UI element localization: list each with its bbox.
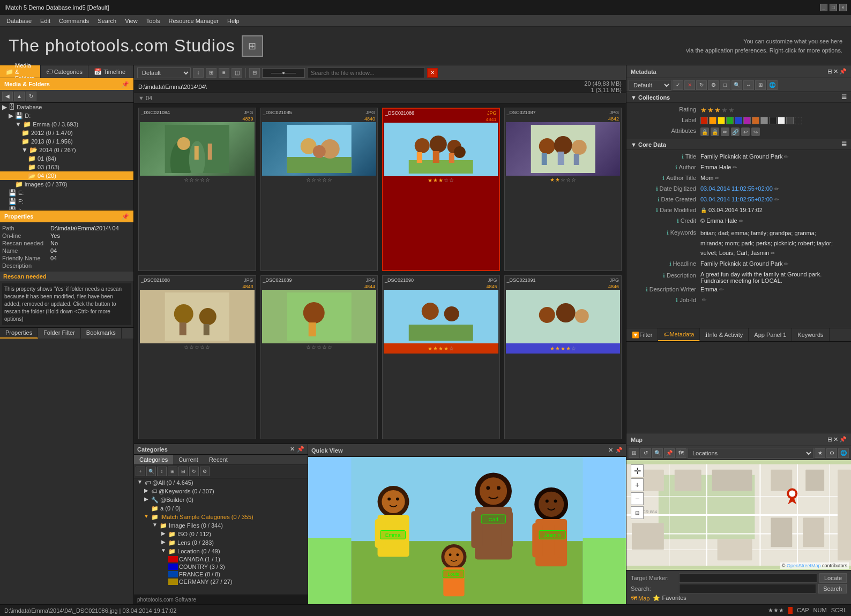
tree-item-e[interactable]: 💾 E: bbox=[0, 189, 133, 197]
label-blue[interactable] bbox=[735, 117, 742, 124]
meta-refresh-button[interactable]: ↻ bbox=[696, 80, 707, 90]
meta-tab-metadata[interactable]: 🏷 Metadata bbox=[658, 328, 700, 341]
cat-tab-recent[interactable]: Recent bbox=[204, 455, 233, 464]
map-close[interactable]: ✕ bbox=[833, 436, 838, 443]
map-tool-5[interactable]: 🗺 bbox=[676, 448, 686, 458]
tab-media-folders[interactable]: 📁 Media & Folders bbox=[0, 65, 41, 78]
map-tool-7[interactable]: ⚙ bbox=[826, 448, 837, 458]
attr-icon-1[interactable]: 🔒 bbox=[700, 127, 709, 136]
attr-icon-2[interactable]: 🔒 bbox=[711, 127, 719, 136]
cat-item-image-files[interactable]: ▼📁 Image Files (0 / 344) bbox=[134, 521, 308, 530]
credit-edit-icon[interactable]: ✏ bbox=[739, 218, 743, 224]
tree-item-images[interactable]: 📁 images (0 / 370) bbox=[0, 180, 133, 189]
keywords-edit-icon[interactable]: ✏ bbox=[771, 250, 775, 256]
cat-settings-button[interactable]: ⚙ bbox=[200, 467, 210, 476]
collections-header[interactable]: ▼ Collections ☰ bbox=[626, 92, 851, 103]
cat-item-a[interactable]: 📁 a (0 / 0) bbox=[134, 504, 308, 513]
locate-button[interactable]: Locate bbox=[819, 573, 847, 583]
description-info-icon[interactable]: ℹ bbox=[663, 273, 665, 279]
label-brown[interactable] bbox=[752, 117, 759, 124]
filter-input[interactable]: ——●—— bbox=[262, 68, 305, 78]
file-search-input[interactable] bbox=[307, 67, 425, 78]
thumb-dsc021087[interactable]: _DSC021087 JPG 4842 ★★☆ bbox=[504, 108, 622, 271]
props-tab-bookmarks[interactable]: Bookmarks bbox=[81, 328, 122, 339]
view-dropdown[interactable]: Default bbox=[137, 67, 191, 78]
cat-collapse-button[interactable]: ⊟ bbox=[178, 467, 188, 476]
map-search-button[interactable]: Search bbox=[818, 584, 847, 594]
map-tool-3[interactable]: 🔍 bbox=[652, 448, 663, 458]
thumb-dsc021088[interactable]: _DSC021088 JPG 4843 ☆☆☆☆☆ bbox=[138, 275, 256, 440]
label-yellow[interactable] bbox=[718, 117, 725, 124]
core-data-header[interactable]: ▼ Core Data ☰ bbox=[626, 139, 851, 150]
cat-item-all[interactable]: ▼🏷 @All (0 / 4.645) bbox=[134, 478, 308, 487]
attr-icon-6[interactable]: ↪ bbox=[751, 127, 760, 136]
cat-item-france[interactable]: FRANCE (8 / 8) bbox=[134, 570, 308, 578]
categories-panel-close[interactable]: ✕ bbox=[290, 446, 295, 453]
cat-filter-button[interactable]: 🔍 bbox=[146, 467, 156, 476]
locations-dropdown[interactable]: Locations bbox=[688, 448, 813, 459]
menu-resource-manager[interactable]: Resource Manager bbox=[165, 17, 223, 25]
author-title-info-icon[interactable]: ℹ bbox=[662, 175, 665, 181]
map-tool-8[interactable]: 🌐 bbox=[838, 448, 849, 458]
categories-panel-pin[interactable]: 📌 bbox=[297, 446, 304, 453]
tab-categories[interactable]: 🏷 Categories bbox=[41, 65, 88, 78]
job-id-edit-icon[interactable]: ✏ bbox=[702, 297, 706, 303]
maximize-button[interactable]: □ bbox=[830, 4, 837, 11]
cat-item-country[interactable]: COUNTRY (3 / 3) bbox=[134, 563, 308, 570]
meta-pin[interactable]: 📌 bbox=[839, 68, 847, 75]
nav-refresh-button[interactable]: ↻ bbox=[26, 92, 36, 101]
map-tool-2[interactable]: ↺ bbox=[640, 448, 651, 458]
desc-writer-info-icon[interactable]: ℹ bbox=[646, 287, 648, 292]
meta-cancel-button[interactable]: ✕ bbox=[684, 80, 695, 90]
menu-help[interactable]: Help bbox=[223, 17, 244, 25]
keywords-info-icon[interactable]: ℹ bbox=[667, 230, 669, 236]
meta-settings-button[interactable]: ⚙ bbox=[708, 80, 719, 90]
menu-edit[interactable]: Edit bbox=[36, 17, 55, 25]
menu-commands[interactable]: Commands bbox=[55, 17, 93, 25]
clear-search-button[interactable]: ✕ bbox=[427, 68, 438, 78]
tree-item-04[interactable]: 📂 04 (20) bbox=[0, 171, 133, 180]
tree-item-database[interactable]: ▶ 🗄 Database bbox=[0, 103, 133, 111]
thumb-dsc021089[interactable]: _DSC021089 JPG 4844 ☆☆☆☆☆ bbox=[260, 275, 378, 440]
openstreetmap-link[interactable]: OpenStreetMap bbox=[787, 563, 821, 568]
label-gray[interactable] bbox=[760, 117, 768, 124]
headline-edit-icon[interactable]: ✏ bbox=[784, 261, 788, 267]
cat-tab-categories[interactable]: Categories bbox=[134, 455, 173, 464]
meta-globe-button[interactable]: 🌐 bbox=[767, 80, 778, 90]
grid-view-button[interactable]: ⊞ bbox=[206, 68, 217, 78]
close-button[interactable]: × bbox=[839, 4, 847, 11]
map-tool-6[interactable]: ★ bbox=[815, 448, 825, 458]
cat-item-lens[interactable]: ▶📁 Lens (0 / 283) bbox=[134, 538, 308, 547]
map-footer-tab-favorites[interactable]: ⭐ Favorites bbox=[653, 595, 686, 602]
map-nav-button[interactable]: ✛ bbox=[631, 464, 644, 477]
desc-writer-edit-icon[interactable]: ✏ bbox=[719, 287, 723, 292]
map-expand[interactable]: ⊟ bbox=[827, 436, 832, 443]
tab-timeline[interactable]: 📅 Timeline bbox=[88, 65, 131, 78]
meta-check-button[interactable]: ✓ bbox=[673, 80, 683, 90]
media-panel-pin[interactable]: 📌 bbox=[122, 81, 129, 88]
thumb-dsc021085[interactable]: _DSC021085 JPG 4840 ☆☆☆☆☆ bbox=[260, 108, 378, 271]
headline-info-icon[interactable]: ℹ bbox=[669, 261, 671, 267]
properties-pin[interactable]: 📌 bbox=[122, 213, 129, 220]
tree-item-d[interactable]: ▶ 💾 D: bbox=[0, 111, 133, 120]
cat-sort-button[interactable]: ↕ bbox=[157, 467, 167, 476]
meta-tab-app-panel[interactable]: App Panel 1 bbox=[749, 328, 792, 341]
title-edit-icon[interactable]: ✏ bbox=[784, 154, 788, 160]
label-purple[interactable] bbox=[743, 117, 751, 124]
metadata-view-dropdown[interactable]: Default bbox=[629, 80, 671, 91]
map-zoom-out2-button[interactable]: ⊟ bbox=[631, 506, 644, 519]
cat-item-location[interactable]: ▼📁 Location (0 / 49) bbox=[134, 547, 308, 555]
menu-search[interactable]: Search bbox=[93, 17, 121, 25]
thumb-dsc021090[interactable]: _DSC021090 JPG 4845 ★★★★☆ bbox=[382, 275, 500, 440]
map-footer-tab-map[interactable]: 🗺 Map bbox=[631, 595, 650, 602]
menu-tools[interactable]: Tools bbox=[142, 17, 165, 25]
tree-item-2012[interactable]: 📁 2012 (0 / 1.470) bbox=[0, 129, 133, 137]
tree-item-f[interactable]: 💾 F: bbox=[0, 197, 133, 206]
meta-nav2-button[interactable]: ⊞ bbox=[755, 80, 766, 90]
nav-back-button[interactable]: ◀ bbox=[2, 92, 13, 101]
label-white[interactable] bbox=[778, 117, 785, 124]
sort-button[interactable]: ↕ bbox=[193, 68, 204, 78]
attr-icon-3[interactable]: ✏ bbox=[721, 127, 729, 136]
tree-item-2013[interactable]: 📁 2013 (0 / 1.956) bbox=[0, 137, 133, 146]
tree-item-03[interactable]: 📁 03 (163) bbox=[0, 163, 133, 171]
